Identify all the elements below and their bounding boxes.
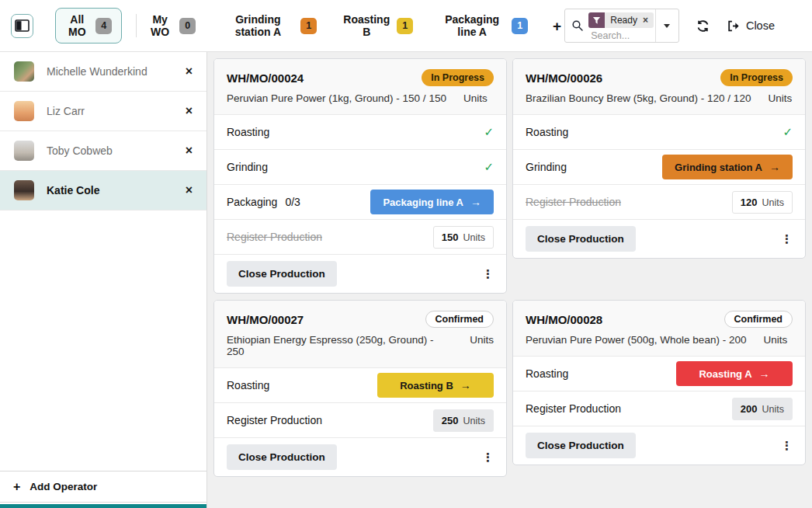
card-footer: Close Production ⋮ xyxy=(214,254,506,293)
sidebar-spacer xyxy=(0,211,206,471)
operator-name: Michelle Wunderkind xyxy=(47,65,173,78)
search-input[interactable]: Ready × Search... xyxy=(587,9,655,42)
close-label: Close xyxy=(746,19,775,32)
register-production-label: Register Production xyxy=(526,402,621,415)
tab-my-wo[interactable]: My WO 0 xyxy=(144,9,199,43)
exit-icon xyxy=(727,19,740,33)
add-operator-button[interactable]: + Add Operator xyxy=(0,471,206,503)
workorder-row[interactable]: Roasting ✓ xyxy=(513,114,805,149)
workcenter-button-label: Packaging line A xyxy=(383,197,463,208)
close-production-button[interactable]: Close Production xyxy=(526,226,636,252)
workcenter-button[interactable]: Packaging line A → xyxy=(370,190,494,214)
register-production-row[interactable]: Register Production 200 Units xyxy=(513,391,805,426)
workorder-label: Grinding xyxy=(227,161,268,173)
workorder-row[interactable]: Packaging 0/3 Packaging line A → xyxy=(214,184,506,219)
workorder-progress: 0/3 xyxy=(285,196,300,208)
search-placeholder: Search... xyxy=(591,30,654,41)
close-button[interactable]: Close xyxy=(725,18,776,34)
check-icon: ✓ xyxy=(484,160,494,174)
close-production-button[interactable]: Close Production xyxy=(526,433,636,458)
operator-row-selected[interactable]: Katie Cole × xyxy=(0,171,206,211)
register-units-button[interactable]: 120 Units xyxy=(732,191,793,214)
workcenter-button[interactable]: Grinding station A → xyxy=(662,155,793,179)
remove-operator-icon[interactable]: × xyxy=(186,184,193,197)
register-production-row[interactable]: Register Production 250 Units xyxy=(214,402,506,437)
workorder-row[interactable]: Grinding Grinding station A → xyxy=(513,149,805,184)
sidebar-toggle-button[interactable] xyxy=(11,14,33,38)
workcenter-button-label: Roasting B xyxy=(400,380,453,391)
register-units-button[interactable]: 250 Units xyxy=(433,409,494,432)
register-production-row[interactable]: Register Production 150 Units xyxy=(214,219,506,254)
product-line: Peruvian Pure Power (1kg, Ground) - 150 … xyxy=(227,92,446,104)
status-badge: In Progress xyxy=(422,69,494,86)
workcenter-button[interactable]: Roasting A → xyxy=(676,361,793,386)
plus-icon: + xyxy=(13,481,20,493)
units-uom: Units xyxy=(463,416,485,426)
mo-reference: WH/MO/00028 xyxy=(526,313,602,326)
tab-all-mo[interactable]: All MO 4 xyxy=(55,8,122,43)
workorder-row[interactable]: Grinding ✓ xyxy=(214,149,506,184)
units-uom: Units xyxy=(762,404,784,415)
card-footer: Close Production ⋮ xyxy=(214,437,506,476)
product-line: Peruvian Pure Power (500g, Whole bean) -… xyxy=(526,334,746,346)
mo-reference: WH/MO/00027 xyxy=(227,313,304,326)
tab-grinding-station-a[interactable]: Grinding station A 1 xyxy=(219,9,320,43)
mo-card-header[interactable]: WH/MO/00024 In Progress Peruvian Pure Po… xyxy=(214,59,506,114)
workorder-row[interactable]: Roasting Roasting B → xyxy=(214,367,506,402)
close-production-button[interactable]: Close Production xyxy=(227,444,337,470)
arrow-right-icon: → xyxy=(470,196,481,208)
mo-card: WH/MO/00028 Confirmed Peruvian Pure Powe… xyxy=(512,300,806,465)
register-units-button[interactable]: 150 Units xyxy=(433,226,494,249)
remove-operator-icon[interactable]: × xyxy=(186,105,193,117)
operator-row[interactable]: Toby Cobweb × xyxy=(0,131,206,171)
add-workcenter-tab-button[interactable]: + xyxy=(550,17,564,35)
kebab-menu-icon[interactable]: ⋮ xyxy=(482,267,494,281)
mo-card-header[interactable]: WH/MO/00026 In Progress Brazilian Bouncy… xyxy=(513,59,805,114)
mo-card-header[interactable]: WH/MO/00027 Confirmed Ethiopian Energy E… xyxy=(214,301,506,367)
units-qty: 120 xyxy=(741,197,758,208)
workcenter-button-label: Grinding station A xyxy=(675,162,762,173)
status-badge: Confirmed xyxy=(724,311,793,328)
workorder-row[interactable]: Roasting Roasting A → xyxy=(513,356,805,391)
workorder-label: Roasting xyxy=(227,126,269,138)
topbar: All MO 4 My WO 0 Grinding station A 1 Ro… xyxy=(0,0,812,52)
operator-row[interactable]: Liz Carr × xyxy=(0,92,206,131)
search-box[interactable]: Ready × Search... xyxy=(564,9,679,43)
units-qty: 150 xyxy=(442,231,459,243)
operator-row[interactable]: Michelle Wunderkind × xyxy=(0,52,206,92)
remove-operator-icon[interactable]: × xyxy=(186,65,193,78)
facet-label: Ready xyxy=(610,15,637,26)
workorder-label: Grinding xyxy=(526,161,567,173)
card-footer: Close Production ⋮ xyxy=(513,219,805,258)
workorder-label: Packaging xyxy=(227,196,277,208)
sidebar-bottom-bar xyxy=(0,504,206,508)
register-production-row[interactable]: Register Production 120 Units xyxy=(513,184,805,219)
workcenter-button[interactable]: Roasting B → xyxy=(377,373,494,398)
units-qty: 200 xyxy=(741,403,758,415)
shop-floor-app: All MO 4 My WO 0 Grinding station A 1 Ro… xyxy=(0,0,812,508)
kebab-menu-icon[interactable]: ⋮ xyxy=(781,232,793,246)
mo-cards-grid: WH/MO/00024 In Progress Peruvian Pure Po… xyxy=(207,52,812,508)
tab-packaging-line-a[interactable]: Packaging line A 1 xyxy=(436,9,531,43)
mo-reference: WH/MO/00026 xyxy=(526,71,602,85)
tab-roasting-b[interactable]: Roasting B 1 xyxy=(340,9,416,43)
refresh-icon xyxy=(696,19,710,33)
avatar xyxy=(14,61,34,82)
search-dropdown-toggle[interactable] xyxy=(655,9,678,42)
remove-operator-icon[interactable]: × xyxy=(186,144,193,157)
workorder-row[interactable]: Roasting ✓ xyxy=(214,114,506,149)
avatar xyxy=(14,141,34,161)
tab-label: All MO xyxy=(65,13,88,38)
refresh-button[interactable] xyxy=(695,18,711,34)
uom-label: Units xyxy=(763,334,787,346)
mo-card-header[interactable]: WH/MO/00028 Confirmed Peruvian Pure Powe… xyxy=(513,301,805,356)
kebab-menu-icon[interactable]: ⋮ xyxy=(482,451,494,465)
panel-left-icon xyxy=(15,19,29,32)
tab-count-badge: 1 xyxy=(397,18,413,34)
remove-filter-icon[interactable]: × xyxy=(643,15,648,26)
tab-label: Grinding station A xyxy=(222,13,293,38)
arrow-right-icon: → xyxy=(759,367,770,380)
kebab-menu-icon[interactable]: ⋮ xyxy=(781,439,793,453)
register-units-button[interactable]: 200 Units xyxy=(732,398,793,420)
close-production-button[interactable]: Close Production xyxy=(227,261,337,287)
